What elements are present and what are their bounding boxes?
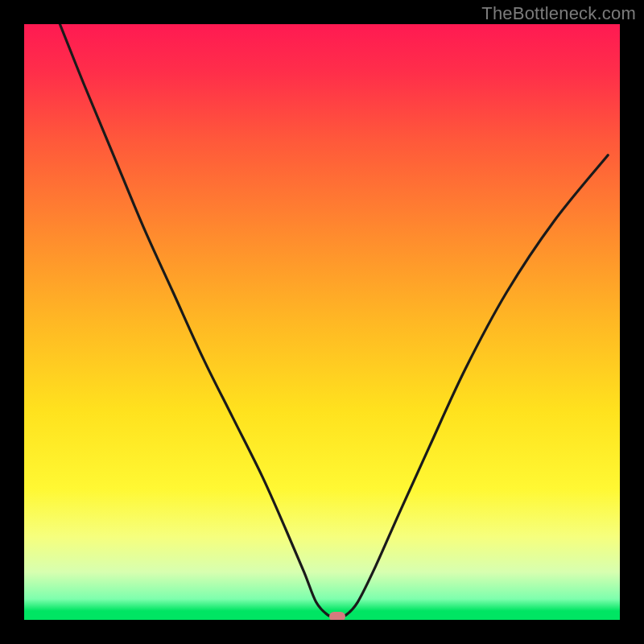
plot-area [24,24,620,620]
bottleneck-curve [60,24,608,617]
outer-frame: TheBottleneck.com [0,0,644,644]
watermark-text: TheBottleneck.com [481,3,636,24]
curve-layer [24,24,620,620]
minimum-marker [329,612,345,620]
